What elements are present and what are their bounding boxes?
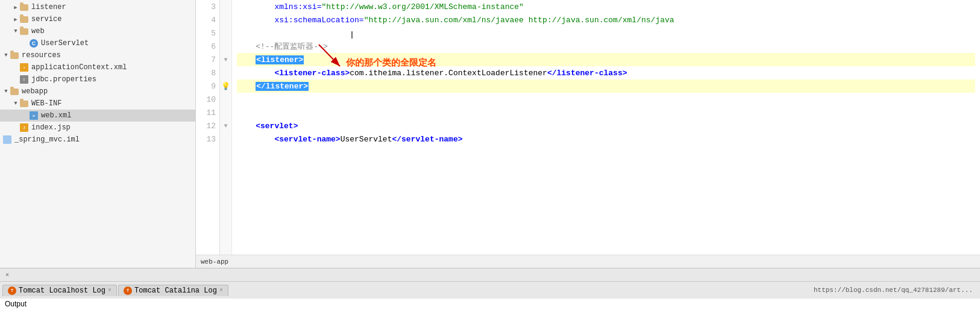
folder-icon [19, 14, 29, 24]
iml-icon [2, 135, 12, 144]
tab-tomcat-catalina-close[interactable]: × [219, 287, 223, 294]
gutter-9: 💡 [220, 79, 231, 93]
folder-icon [10, 87, 19, 96]
line-num-13: 13 [196, 132, 219, 146]
code-line-10 [237, 93, 975, 106]
listener-open-tag: <listener> [256, 55, 304, 64]
folder-icon [19, 2, 29, 12]
output-label: Output [5, 300, 27, 308]
line-numbers: 3 4 5 6 7 8 9 10 11 12 13 [196, 0, 220, 255]
folder-icon [19, 26, 29, 36]
code-line-4: xsi:schemaLocation="http://java.sun.com/… [237, 13, 975, 26]
bottom-area: × T Tomcat Localhost Log × T Tomcat Cata… [0, 268, 980, 316]
sidebar-item-web[interactable]: ▼ web [0, 25, 195, 37]
sidebar-item-indexjsp[interactable]: ▶ J index.jsp [0, 122, 195, 134]
code-area[interactable]: xmlns:xsi="http://www.w3.org/2001/XMLSch… [232, 0, 980, 255]
code-line-13: <servlet-name>UserServlet</servlet-name> [237, 132, 975, 146]
line-num-6: 6 [196, 40, 219, 53]
collapse-triangle[interactable]: ▼ [2, 52, 10, 59]
line-num-8: 8 [196, 66, 219, 79]
listener-close-tag: </listener> [256, 82, 309, 91]
tab-tomcat-localhost-close[interactable]: × [108, 287, 112, 294]
folder-icon [19, 99, 29, 108]
collapse-triangle[interactable]: ▶ [12, 16, 19, 23]
bottom-close-button[interactable]: × [2, 270, 12, 280]
sidebar-item-label: listener [31, 3, 66, 11]
sidebar-item-webxml[interactable]: ▶ w web.xml [0, 110, 195, 122]
sidebar-item-label: web [31, 27, 45, 36]
gutter-8 [220, 66, 231, 79]
tab-tomcat-localhost-label: Tomcat Localhost Log [19, 287, 105, 295]
line-num-5: 5 [196, 26, 219, 40]
code-line-11 [237, 106, 975, 119]
collapse-triangle[interactable]: ▶ [12, 4, 19, 11]
sidebar-item-label: WEB-INF [31, 99, 61, 108]
sidebar-item-springmvciml[interactable]: _spring_mvc.iml [0, 134, 195, 146]
gutter-5 [220, 26, 231, 40]
gutter-10 [220, 93, 231, 106]
status-url: https://blog.csdn.net/qq_42781289/art... [814, 287, 973, 294]
editor: 3 4 5 6 7 8 9 10 11 12 13 ▼ [196, 0, 980, 268]
annotation-arrow [316, 43, 358, 76]
gutter: ▼ 💡 ▼ [220, 0, 232, 255]
sidebar-item-label: index.jsp [31, 123, 71, 132]
gutter-7: ▼ [220, 53, 231, 66]
sidebar-item-label: _spring_mvc.iml [14, 135, 80, 144]
class-icon: C [29, 39, 39, 48]
sidebar-item-resources[interactable]: ▼ resources [0, 49, 195, 61]
collapse-triangle[interactable]: ▼ [2, 88, 10, 95]
code-line-3: xmlns:xsi="http://www.w3.org/2001/XMLSch… [237, 0, 975, 13]
code-line-9: </listener> [237, 79, 975, 93]
xml-icon: ✦ [19, 63, 29, 72]
svg-line-2 [319, 45, 340, 66]
sidebar-item-label: jdbc.properties [31, 75, 96, 84]
props-icon: ≡ [19, 75, 29, 84]
sidebar-item-label: UserServlet [41, 39, 89, 48]
editor-content: 3 4 5 6 7 8 9 10 11 12 13 ▼ [196, 0, 980, 255]
sidebar-item-listener[interactable]: ▶ listener [0, 1, 195, 13]
line-num-12: 12 [196, 119, 219, 132]
line-num-4: 4 [196, 13, 219, 26]
sidebar-item-label: web.xml [41, 111, 71, 120]
line-num-9: 9 [196, 79, 219, 93]
sidebar-item-service[interactable]: ▶ service [0, 13, 195, 25]
gutter-13 [220, 132, 231, 146]
tomcat-localhost-icon: T [8, 287, 16, 295]
web-icon: w [29, 111, 39, 120]
tab-tomcat-catalina[interactable]: T Tomcat Catalina Log × [118, 285, 228, 296]
line-num-10: 10 [196, 93, 219, 106]
gutter-4 [220, 13, 231, 26]
sidebar-item-webapp[interactable]: ▼ webapp [0, 85, 195, 98]
sidebar-item-webinf[interactable]: ▼ WEB-INF [0, 98, 195, 110]
folder-icon [10, 51, 19, 60]
sidebar: ▶ listener ▶ service ▼ web ▶ C UserServl… [0, 0, 196, 268]
bottom-close-bar: × [0, 268, 980, 282]
sidebar-item-label: resources [22, 51, 61, 60]
sidebar-item-label: webapp [22, 87, 48, 96]
line-num-7: 7 [196, 53, 219, 66]
collapse-triangle[interactable]: ▼ [12, 28, 19, 35]
breadcrumb: web-app [201, 258, 228, 265]
sidebar-item-jdbc[interactable]: ▶ ≡ jdbc.properties [0, 73, 195, 85]
jsp-icon: J [19, 123, 29, 132]
sidebar-item-label: service [31, 15, 61, 23]
gutter-11 [220, 106, 231, 119]
line-num-11: 11 [196, 106, 219, 119]
breadcrumb-bar: web-app [196, 255, 980, 268]
main-area: ▶ listener ▶ service ▼ web ▶ C UserServl… [0, 0, 980, 268]
code-line-7: <listener> 你的那个类的全限定名 [237, 53, 975, 66]
collapse-triangle[interactable]: ▼ [12, 100, 19, 107]
sidebar-item-appcontext[interactable]: ▶ ✦ applicationContext.xml [0, 61, 195, 73]
bottom-tabs: T Tomcat Localhost Log × T Tomcat Catali… [0, 282, 980, 299]
sidebar-item-label: applicationContext.xml [31, 63, 127, 72]
cursor-icon [334, 28, 370, 42]
code-line-12: <servlet> [237, 119, 975, 132]
gutter-3 [220, 0, 231, 13]
gutter-12: ▼ [220, 119, 231, 132]
tab-tomcat-localhost[interactable]: T Tomcat Localhost Log × [2, 285, 117, 296]
tomcat-catalina-icon: T [124, 287, 132, 295]
tab-tomcat-catalina-label: Tomcat Catalina Log [134, 287, 217, 295]
annotation-text: 你的那个类的全限定名 [346, 57, 436, 69]
sidebar-item-userservlet[interactable]: ▶ C UserServlet [0, 37, 195, 49]
bottom-content: Output [0, 299, 980, 316]
